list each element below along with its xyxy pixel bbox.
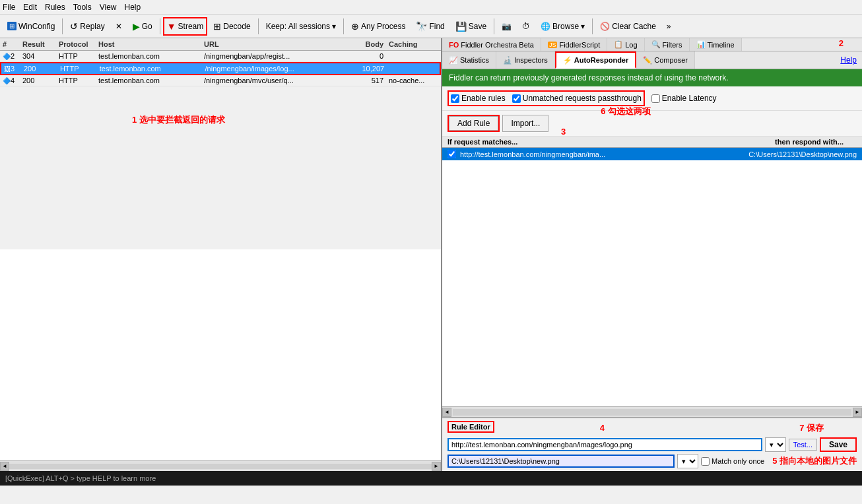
inspect-icon: 🔬 (503, 56, 512, 65)
options-row: Enable rules Unmatched requests passthro… (442, 86, 862, 111)
add-rule-box: Add Rule (448, 115, 500, 132)
left-empty-area (0, 249, 441, 460)
options-box: Enable rules Unmatched requests passthro… (448, 90, 645, 106)
menu-help[interactable]: Help (125, 3, 141, 12)
toolbar: ⊞ WinConfig ↺ Replay ✕ ▶ Go ▼ Stream ⊞ D… (0, 15, 862, 38)
tab-composer[interactable]: ✏️ Composer (636, 51, 695, 69)
scroll-track[interactable] (9, 464, 432, 469)
left-panel: # Result Protocol Host URL Body Caching … (0, 38, 442, 471)
tab-timeline[interactable]: 📊 Timeline (690, 38, 742, 51)
menu-edit[interactable]: Edit (23, 3, 37, 12)
rule-file-input[interactable] (448, 455, 675, 468)
js-icon: JS (548, 42, 558, 48)
unmatched-passthrough-label[interactable]: Unmatched requests passthrough (512, 94, 642, 103)
cell-host: test.lemonban.com (97, 64, 203, 73)
decode-button[interactable]: ⊞ Decode (209, 17, 255, 36)
unmatched-passthrough-checkbox[interactable] (512, 94, 521, 103)
sep5 (494, 18, 494, 34)
sep4 (343, 18, 344, 34)
save-rule-button[interactable]: Save (820, 437, 857, 452)
rule-file-dropdown[interactable]: ▾ (677, 454, 698, 468)
menu-view[interactable]: View (100, 3, 117, 12)
stream-button[interactable]: ▼ Stream (163, 17, 208, 36)
screenshot-button[interactable]: 📷 (497, 17, 516, 36)
cell-url: /ningmengban/images/log... (203, 64, 341, 73)
go-button[interactable]: ▶ Go (128, 17, 157, 36)
tab-statistics[interactable]: 📈 Statistics (442, 51, 496, 69)
winconfig-button[interactable]: ⊞ WinConfig (3, 17, 59, 36)
tabs-row2: 📈 Statistics 🔬 Inspectors ⚡ AutoResponde… (442, 51, 862, 69)
timer-button[interactable]: ⏱ (517, 17, 535, 36)
rules-empty-area (442, 160, 862, 406)
save-button[interactable]: 💾 Save (451, 17, 491, 36)
match-once-label[interactable]: Match only once (701, 457, 764, 466)
table-row[interactable]: 🔷4 200 HTTP test.lemonban.com /ningmengb… (0, 75, 441, 86)
cell-protocol: HTTP (57, 64, 97, 73)
keep-button[interactable]: Keep: All sessions ▾ (261, 17, 341, 36)
rules-header: If request matches... then respond with.… (442, 137, 862, 148)
tab-fiddler-orchestra[interactable]: FO Fiddler Orchestra Beta (442, 38, 541, 51)
test-button[interactable]: Test... (789, 439, 817, 451)
menu-rules[interactable]: Rules (45, 3, 65, 12)
tab-inspectors[interactable]: 🔬 Inspectors (496, 51, 555, 69)
table-row[interactable]: 🖼3 200 HTTP test.lemonban.com /ningmengb… (0, 62, 441, 75)
windows-icon: ⊞ (7, 22, 17, 30)
right-h-scrollbar[interactable]: ◄ ► (442, 406, 862, 417)
cell-body: 517 (340, 76, 386, 85)
col-caching: Caching (386, 40, 439, 49)
col-result: Result (20, 40, 56, 49)
tab-autoresponder[interactable]: ⚡ AutoResponder (555, 51, 637, 69)
add-rule-button[interactable]: Add Rule (449, 116, 498, 131)
autoresponder-icon: ⚡ (563, 56, 572, 65)
buttons-row: Add Rule Import... 3 (442, 111, 862, 137)
match-once-checkbox[interactable] (701, 457, 710, 466)
cell-host: test.lemonban.com (96, 76, 201, 85)
find-button[interactable]: 🔭 Find (411, 17, 449, 36)
rule-url-input[interactable] (448, 438, 762, 451)
annotation-4: 4 (600, 423, 605, 433)
quickexec-bar: [QuickExec] ALT+Q > type HELP to learn m… (0, 471, 862, 486)
browse-button[interactable]: 🌐 Browse ▾ (536, 17, 589, 36)
binoculars-icon: 🔭 (416, 21, 427, 32)
annotation-7: 7 保存 (799, 422, 824, 434)
right-scroll-right[interactable]: ► (853, 408, 862, 417)
annotation-2: 2 (839, 38, 844, 48)
cell-caching (386, 55, 439, 57)
table-header: # Result Protocol Host URL Body Caching (0, 38, 441, 51)
import-button[interactable]: Import... (502, 115, 548, 132)
enable-latency-label[interactable]: Enable Latency (651, 94, 717, 103)
scroll-left-btn[interactable]: ◄ (0, 462, 9, 471)
rule-row[interactable]: http://test.lemonban.com/ningmengban/ima… (442, 148, 862, 160)
enable-latency-text: Enable Latency (662, 94, 717, 103)
toolbar-overflow[interactable]: » (662, 17, 676, 36)
tab-filters[interactable]: 🔍 Filters (645, 38, 690, 51)
info-banner: Fiddler can return previously generated … (442, 69, 862, 86)
left-h-scrollbar[interactable]: ◄ ► (0, 460, 441, 471)
right-scroll-track[interactable] (453, 409, 851, 416)
menu-tools[interactable]: Tools (73, 3, 92, 12)
right-scroll-left[interactable]: ◄ (442, 408, 451, 417)
row3-icon: 🖼 (4, 65, 11, 73)
right-panel: FO Fiddler Orchestra Beta JS FiddlerScri… (442, 38, 862, 471)
clear-cache-button[interactable]: 🚫 Clear Cache (595, 17, 661, 36)
main-layout: # Result Protocol Host URL Body Caching … (0, 38, 862, 471)
help-link[interactable]: Help (840, 51, 862, 69)
menu-file[interactable]: File (3, 3, 15, 12)
enable-rules-label[interactable]: Enable rules (451, 94, 506, 103)
quickexec-text: [QuickExec] ALT+Q > type HELP to learn m… (5, 474, 156, 482)
rule-url-dropdown[interactable]: ▾ (765, 437, 786, 452)
autoresponder-content: Enable rules Unmatched requests passthro… (442, 86, 862, 471)
replay-button[interactable]: ↺ Replay (65, 17, 109, 36)
enable-latency-checkbox[interactable] (651, 94, 660, 103)
scroll-right-btn[interactable]: ► (432, 462, 441, 471)
tab-log[interactable]: 📋 Log (607, 38, 644, 51)
enable-rules-checkbox[interactable] (451, 94, 459, 103)
any-process-button[interactable]: ⊕ Any Process (347, 17, 410, 36)
table-row[interactable]: 🔷2 304 HTTP test.lemonban.com /ningmengb… (0, 51, 441, 62)
replay-icon: ↺ (70, 21, 78, 32)
sep1 (62, 18, 63, 34)
replay-dropdown[interactable]: ✕ (111, 17, 127, 36)
rule-checkbox[interactable] (448, 150, 456, 158)
tab-fiddlerscript[interactable]: JS FiddlerScript (541, 38, 607, 51)
rule-respond: C:\Users\12131\Desktop\new.png (659, 150, 857, 158)
